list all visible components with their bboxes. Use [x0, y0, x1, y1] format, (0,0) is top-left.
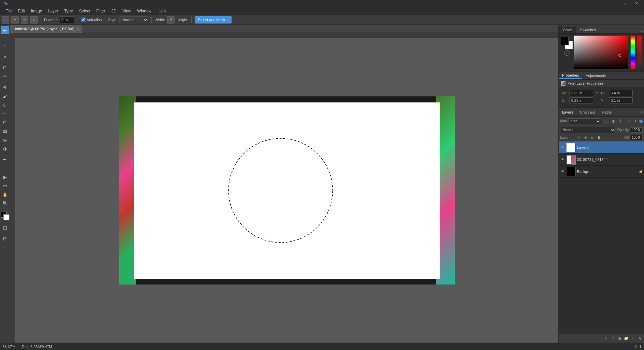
- filter-adj-btn[interactable]: ◑: [610, 118, 616, 125]
- tool-rectangular-marquee[interactable]: ⬚: [1, 35, 9, 43]
- tool-lasso[interactable]: ⌒: [1, 44, 9, 52]
- color-info-icon[interactable]: i: [564, 50, 569, 56]
- tool-crop[interactable]: ⊡: [1, 63, 9, 72]
- close-button[interactable]: ✕: [631, 0, 641, 7]
- color-opacity-strip[interactable]: [637, 36, 642, 69]
- tab-adjustments[interactable]: Adjustments: [582, 73, 609, 79]
- new-selection-btn[interactable]: ◻: [2, 16, 9, 24]
- height-input[interactable]: [609, 90, 633, 96]
- lock-pixels-btn[interactable]: ✏: [576, 135, 582, 140]
- color-panel: i: [559, 34, 644, 72]
- tool-more[interactable]: ···: [1, 243, 9, 251]
- lock-artboard-btn[interactable]: ⊕: [590, 135, 595, 140]
- layer-visibility-2[interactable]: 👁: [560, 169, 565, 174]
- tool-healing-brush[interactable]: ⊕: [1, 83, 9, 91]
- layer-item-2[interactable]: 👁 Background 🔒: [559, 166, 644, 178]
- lock-position-btn[interactable]: ✛: [583, 135, 588, 140]
- properties-panel-expand[interactable]: ≡: [640, 74, 644, 78]
- link-proportions-icon[interactable]: ∞: [594, 90, 600, 96]
- tab-paths[interactable]: Paths: [599, 109, 615, 116]
- tab-channels[interactable]: Channels: [577, 109, 599, 116]
- select-mask-button[interactable]: Select and Mask...: [195, 16, 232, 24]
- tool-move[interactable]: ✛: [1, 26, 9, 34]
- filter-shape-btn[interactable]: ▭: [625, 118, 631, 125]
- tab-layers[interactable]: Layers: [559, 109, 577, 116]
- filter-pixel-btn[interactable]: ⬚: [602, 118, 609, 125]
- maximize-button[interactable]: □: [621, 0, 631, 7]
- menu-view[interactable]: View: [120, 8, 134, 14]
- tool-hand[interactable]: ✋: [1, 190, 9, 199]
- menu-window[interactable]: Window: [135, 8, 154, 14]
- layer-visibility-0[interactable]: 👁: [560, 145, 565, 150]
- tool-blur[interactable]: ◎: [1, 136, 9, 144]
- fill-input[interactable]: [631, 135, 643, 140]
- menu-3d[interactable]: 3D: [108, 8, 119, 14]
- tool-zoom[interactable]: 🔍: [1, 199, 9, 207]
- y-input[interactable]: [609, 97, 633, 103]
- tool-rectangle[interactable]: ▭: [1, 182, 9, 190]
- menu-layer[interactable]: Layer: [45, 8, 61, 14]
- layer-group-btn[interactable]: 📁: [623, 336, 629, 342]
- anti-alias-checkbox[interactable]: [81, 17, 86, 22]
- width-input[interactable]: [569, 90, 593, 96]
- layer-delete-btn[interactable]: 🗑: [637, 336, 643, 342]
- fg-color-swatch[interactable]: [561, 37, 569, 45]
- tool-eraser[interactable]: ◻: [1, 118, 9, 126]
- add-selection-btn[interactable]: +: [11, 16, 19, 24]
- tool-path-select[interactable]: ▶: [1, 173, 9, 181]
- menu-type[interactable]: Type: [61, 8, 76, 14]
- menu-help[interactable]: Help: [155, 8, 168, 14]
- feather-input[interactable]: [60, 16, 75, 23]
- filter-toggle-dot[interactable]: [639, 120, 643, 123]
- tab-color[interactable]: Color: [559, 27, 576, 33]
- filter-smart-btn[interactable]: ✦: [632, 118, 639, 125]
- layers-panel-expand[interactable]: ≡: [640, 110, 644, 114]
- lock-all-btn[interactable]: 🔒: [596, 135, 602, 140]
- opacity-input[interactable]: [631, 127, 643, 133]
- minimize-button[interactable]: ─: [610, 0, 620, 7]
- menu-filter[interactable]: Filter: [94, 8, 108, 14]
- tool-quick-selection[interactable]: ◈: [1, 52, 9, 60]
- x-input[interactable]: [569, 97, 593, 103]
- layer-mask-btn[interactable]: ◻: [610, 336, 616, 342]
- tool-history-brush[interactable]: ↩: [1, 110, 9, 118]
- document-tab-close[interactable]: ✕: [77, 27, 79, 31]
- color-gradient-picker[interactable]: [574, 36, 628, 69]
- layer-filter-select[interactable]: Kind: [568, 118, 601, 124]
- layer-item-0[interactable]: 👁 Layer 1: [559, 141, 644, 154]
- menu-edit[interactable]: Edit: [15, 8, 28, 14]
- subtract-selection-btn[interactable]: ─: [21, 16, 28, 24]
- layer-visibility-1[interactable]: 👁: [560, 157, 565, 162]
- tool-dodge[interactable]: ◑: [1, 144, 9, 152]
- layer-adjustment-btn[interactable]: ◑: [616, 336, 623, 342]
- tool-clone-stamp[interactable]: ⊙: [1, 101, 9, 109]
- tool-brush[interactable]: 🖌: [1, 92, 9, 100]
- filter-type-btn[interactable]: T: [617, 118, 624, 125]
- tool-gradient[interactable]: ▦: [1, 127, 9, 135]
- menu-file[interactable]: File: [3, 8, 14, 14]
- layer-item-1[interactable]: 👁 20180731_071344: [559, 154, 644, 166]
- lock-transparent-btn[interactable]: ⬚: [569, 135, 575, 140]
- intersect-selection-btn[interactable]: ✕: [30, 16, 38, 24]
- tool-eyedropper[interactable]: ✏: [1, 72, 9, 80]
- tool-color-swatch[interactable]: [1, 212, 9, 220]
- blend-mode-select[interactable]: Normal Multiply Screen Overlay: [560, 127, 616, 133]
- document-tab-active[interactable]: Untitled-2 @ 66.7% (Layer 1, RGB/8) ✕: [10, 25, 83, 33]
- swap-dimensions-btn[interactable]: ⇄: [167, 16, 175, 24]
- tab-swatches[interactable]: Swatches: [576, 27, 600, 33]
- tool-quick-mask[interactable]: ◱: [1, 223, 9, 231]
- menu-select[interactable]: Select: [76, 8, 93, 14]
- background-color[interactable]: [3, 214, 9, 220]
- color-hue-strip[interactable]: [631, 36, 635, 69]
- anti-alias-label: Anti-alias: [87, 18, 102, 22]
- color-panel-expand[interactable]: ≡: [640, 29, 644, 33]
- layer-new-btn[interactable]: +: [630, 336, 636, 342]
- canvas-area[interactable]: [15, 38, 558, 343]
- layer-fx-btn[interactable]: fx: [603, 336, 609, 342]
- tool-screen-mode[interactable]: ⊞: [1, 234, 9, 243]
- style-select[interactable]: Normal Fixed Ratio Fixed Size: [119, 16, 148, 23]
- tool-pen[interactable]: ✒: [1, 156, 9, 164]
- tool-text[interactable]: T: [1, 164, 9, 172]
- tab-properties[interactable]: Properties: [559, 72, 582, 79]
- menu-image[interactable]: Image: [28, 8, 45, 14]
